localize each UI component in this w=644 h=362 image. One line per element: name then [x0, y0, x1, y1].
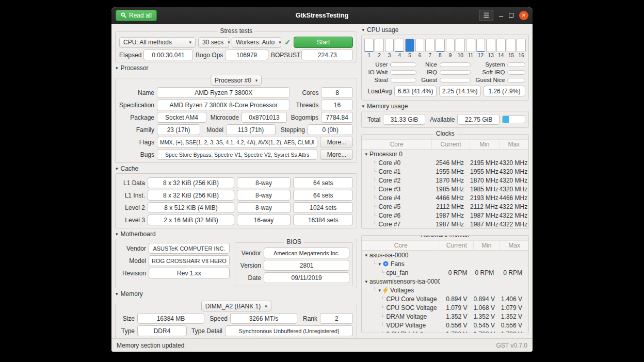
stress-duration-select[interactable]: 30 secs ▾ [198, 37, 229, 48]
close-button[interactable]: ✕ [519, 11, 528, 20]
cache-sets-entry[interactable]: 16384 sets [293, 215, 353, 225]
bios-vendor-entry[interactable]: American Megatrends Inc. [264, 248, 350, 258]
expander-triangle-icon[interactable]: ▾ [379, 288, 381, 293]
mem-speed-entry[interactable]: 3266 MT/s [230, 313, 297, 324]
memory-expander[interactable]: ▾ Memory [116, 290, 357, 298]
bios-version-entry[interactable]: 2801 [264, 260, 350, 271]
table-row[interactable]: └Core #02546 MHz2195 MHz4320 MHz [362, 158, 528, 167]
threads-entry[interactable]: 16 [321, 100, 353, 110]
cores-entry[interactable]: 8 [321, 87, 353, 98]
cache-section-label: Cache [121, 165, 139, 172]
bios-date-entry[interactable]: 09/11/2019 [264, 272, 350, 283]
table-row[interactable]: └cpu_fan0 RPM0 RPM0 RPM [362, 268, 528, 277]
memory-usage-expander[interactable]: ▾ Memory usage [362, 103, 529, 110]
column-header-min[interactable]: Min [474, 241, 501, 250]
column-header-core[interactable]: Core [362, 241, 440, 250]
table-row[interactable]: └Core #61987 MHz1987 MHz4322 MHz [362, 211, 528, 220]
table-row[interactable]: └Core #11955 MHz1955 MHz4320 MHz [362, 167, 528, 176]
mem-rank-entry[interactable]: 2 [320, 313, 353, 324]
expander-triangle-icon[interactable]: ▾ [365, 253, 367, 258]
mb-revision-entry[interactable]: Rev 1.xx [149, 268, 230, 278]
mb-model-entry[interactable]: ROG CROSSHAIR VII HERO [149, 255, 230, 266]
cache-sets-entry[interactable]: 64 sets [293, 190, 353, 201]
bugs-entry[interactable]: Spec Store Bypass, Spectre V1, Spectre V… [157, 149, 317, 160]
cache-size-entry[interactable]: 8 x 32 KiB (256 KiB) [148, 190, 234, 201]
cache-ways-entry[interactable]: 8-way [237, 190, 291, 201]
family-entry[interactable]: 23 (17h) [157, 124, 200, 135]
mem-type-entry[interactable]: DDR4 [137, 325, 187, 336]
bogomips-entry[interactable]: 7784.84 [321, 112, 353, 123]
flags-entry[interactable]: MMX, (+), SSE(1, 2, 3, 3S, 4.1, 4.2, 4A)… [157, 137, 317, 147]
stepping-entry[interactable]: 0 (0h) [308, 124, 353, 135]
loadavg-1min-entry[interactable]: 6.63 (41.4%) [394, 86, 436, 96]
cache-size-entry[interactable]: 8 x 32 KiB (256 KiB) [148, 177, 234, 188]
elapsed-entry[interactable]: 0:00:30.041 [143, 50, 193, 60]
column-header-max[interactable]: Max [500, 241, 528, 250]
table-row[interactable]: └Core #71987 MHz1987 MHz4322 MHz [362, 220, 528, 228]
column-header-max[interactable]: Max [500, 140, 528, 149]
cache-ways-entry[interactable]: 16-way [237, 215, 291, 225]
table-row[interactable]: └1.8V PLL Voltage1.788 V1.788 V1.788 V [362, 330, 528, 333]
microcode-entry[interactable]: 0x8701013 [242, 112, 287, 123]
stress-workers-select[interactable]: Workers: Auto ▾ [232, 37, 281, 48]
table-row[interactable]: └Core #31985 MHz1985 MHz4320 MHz [362, 185, 528, 193]
table-row[interactable]: └CPU SOC Voltage1.079 V1.068 V1.079 V [362, 303, 528, 312]
stress-method-select[interactable]: CPU: All methods ▾ [119, 37, 196, 48]
expander-triangle-icon[interactable]: ▾ [365, 152, 367, 157]
mem-type-detail-entry[interactable]: Synchronous Unbuffered (Unregistered) [225, 325, 353, 336]
cache-ways-entry[interactable]: 8-way [237, 177, 291, 188]
bops-entry[interactable]: 224.73 [301, 50, 353, 60]
maximize-button[interactable] [509, 13, 513, 18]
table-row[interactable]: ▾Processor 0 [362, 150, 528, 158]
column-header-current[interactable]: Current [440, 241, 474, 250]
table-row[interactable]: └Core #52112 MHz2112 MHz4322 MHz [362, 202, 528, 211]
table-row[interactable]: └VDDP Voltage0.556 V0.545 V0.556 V [362, 321, 528, 330]
column-header-min[interactable]: Min [470, 140, 499, 149]
expander-triangle-icon[interactable]: ▾ [379, 261, 381, 267]
cache-ways-entry[interactable]: 8-way [237, 202, 291, 213]
flags-more-button[interactable]: More... [320, 137, 353, 147]
package-entry[interactable]: Socket AM4 [157, 112, 206, 123]
start-button[interactable]: Start [294, 37, 353, 48]
table-row[interactable]: └CPU Core Voltage0.894 V0.894 V1.406 V [362, 294, 528, 303]
column-header-core[interactable]: Core [362, 140, 431, 149]
cpu-name-entry[interactable]: AMD Ryzen 7 3800X [157, 87, 290, 98]
bugs-more-button[interactable]: More... [320, 149, 353, 160]
bogo-ops-entry[interactable]: 106979 [225, 50, 268, 60]
table-row[interactable]: ▾asuswmisensors-isa-0000 [362, 277, 528, 286]
right-panel: ▾ CPU usage 12345678910111213141516 User… [361, 26, 529, 336]
expander-triangle-icon[interactable]: ▾ [365, 279, 367, 284]
read-all-button[interactable]: Read all [116, 10, 157, 21]
table-row[interactable]: ▾asus-isa-0000 [362, 251, 528, 259]
table-row[interactable]: └Core #44466 MHz2193 MHz4466 MHz [362, 193, 528, 202]
mem-total-entry[interactable]: 31.33 GiB [383, 114, 425, 125]
cache-size-entry[interactable]: 8 x 512 KiB (4 MiB) [148, 202, 234, 213]
menu-button[interactable]: ☰ [479, 10, 493, 21]
table-row[interactable]: └▾Fans [362, 259, 528, 268]
motherboard-expander[interactable]: ▾ Motherboard [116, 231, 357, 238]
mem-size-entry[interactable]: 16384 MB [137, 313, 204, 324]
table-row[interactable]: └Core #21870 MHz1870 MHz4320 MHz [362, 176, 528, 185]
loadavg-15min-entry[interactable]: 1.26 (7.9%) [484, 86, 525, 96]
cache-sets-entry[interactable]: 64 sets [293, 177, 353, 188]
mb-vendor-entry[interactable]: ASUSTeK COMPUTER INC. [149, 243, 230, 254]
mem-manufacturer-entry[interactable]: G Skill Intl [159, 338, 208, 338]
cache-size-entry[interactable]: 2 x 16 MiB (32 MiB) [148, 215, 234, 225]
minimize-button[interactable]: – [499, 14, 503, 17]
processor-select[interactable]: Processor #0 ▾ [211, 75, 262, 86]
cache-sets-entry[interactable]: 1024 sets [293, 202, 353, 213]
cpu-stat: Guest [420, 77, 471, 83]
spec-entry[interactable]: AMD Ryzen 7 3800X 8-Core Processor [157, 100, 290, 110]
cpu-usage-expander[interactable]: ▾ CPU usage [362, 26, 529, 34]
loadavg-5min-entry[interactable]: 2.25 (14.1%) [439, 86, 481, 96]
dimm-select[interactable]: DIMM_A2 (BANK 1) ▾ [201, 301, 271, 311]
cache-expander[interactable]: ▾ Cache [116, 165, 357, 172]
model-entry[interactable]: 113 (71h) [226, 124, 276, 135]
column-header-current[interactable]: Current [432, 140, 470, 149]
table-row[interactable]: └▾Voltages [362, 286, 528, 294]
mem-part-entry[interactable]: F4-3000C15-16GTZ [249, 338, 353, 338]
processor-expander[interactable]: ▾ Processor [116, 64, 357, 72]
titlebar[interactable]: Read all GtkStressTesting ☰ – ✕ [111, 7, 533, 24]
mem-available-entry[interactable]: 22.75 GiB [457, 114, 500, 125]
table-row[interactable]: └DRAM Voltage1.352 V1.352 V1.352 V [362, 312, 528, 321]
